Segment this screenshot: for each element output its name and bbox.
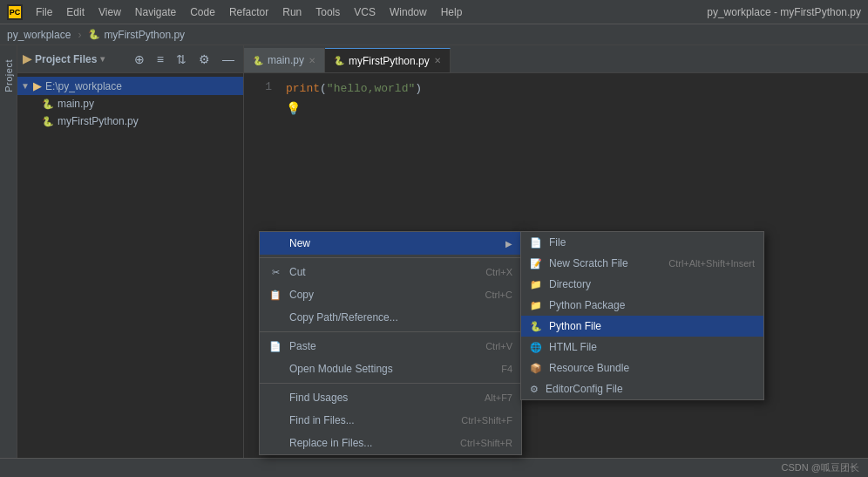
- ctx-item-find-files[interactable]: Find in Files... Ctrl+Shift+F: [260, 409, 521, 432]
- panel-title-text: Project Files: [35, 53, 97, 65]
- sub-directory-label: Directory: [549, 278, 591, 290]
- ctx-copy-icon: 📋: [268, 288, 282, 302]
- sub-item-directory[interactable]: 📁 Directory: [521, 274, 763, 295]
- panel-toolbar: ▶ Project Files ▾ ⊕ ≡ ⇅ ⚙ —: [17, 45, 243, 73]
- sub-item-file[interactable]: 📄 File: [521, 232, 763, 253]
- tab-main-py[interactable]: 🐍 main.py ✕: [244, 48, 325, 72]
- tree-item-myfirstpython-py[interactable]: 🐍 myFirstPython.py: [17, 112, 243, 130]
- sub-editorconfig-label: EditorConfig File: [546, 383, 623, 395]
- ctx-item-find-usages[interactable]: Find Usages Alt+F7: [260, 386, 521, 409]
- sub-item-html-file[interactable]: 🌐 HTML File: [521, 337, 763, 358]
- ctx-separator-3: [260, 383, 521, 384]
- code-paren-close: ): [415, 82, 422, 95]
- minimize-icon[interactable]: —: [219, 51, 238, 68]
- collapse-all-icon[interactable]: ≡: [153, 51, 167, 68]
- sub-file-label: File: [549, 236, 566, 249]
- sub-scratch-shortcut: Ctrl+Alt+Shift+Insert: [668, 258, 755, 269]
- ctx-find-files-label: Find in Files...: [289, 414, 454, 426]
- tab-main-py-label: main.py: [268, 54, 304, 66]
- ctx-replace-files-label: Replace in Files...: [289, 437, 453, 449]
- ctx-item-new[interactable]: New ▶: [260, 232, 521, 255]
- settings-icon[interactable]: ⚙: [195, 51, 214, 68]
- side-tab-label[interactable]: Project: [1, 52, 17, 99]
- ctx-cut-icon: ✂: [268, 265, 282, 279]
- menu-code[interactable]: Code: [184, 4, 221, 20]
- status-bar: CSDN @呱豆团长: [0, 458, 868, 477]
- ctx-item-open-module[interactable]: Open Module Settings F4: [260, 358, 521, 380]
- ctx-item-replace-files[interactable]: Replace in Files... Ctrl+Shift+R: [260, 432, 521, 454]
- main-py-icon: 🐍: [42, 99, 54, 110]
- ctx-copy-label: Copy: [289, 289, 478, 301]
- locate-icon[interactable]: ⊕: [131, 51, 148, 68]
- ctx-paste-icon: 📄: [268, 339, 282, 353]
- tree-expand-icon: ▼: [21, 81, 30, 91]
- breadcrumb: py_workplace › 🐍 myFirstPython.py: [7, 29, 185, 41]
- menu-edit[interactable]: Edit: [60, 4, 91, 20]
- breadcrumb-project[interactable]: py_workplace: [7, 29, 71, 41]
- sub-scratch-icon: 📝: [530, 258, 542, 269]
- sub-directory-icon: 📁: [530, 279, 542, 290]
- ctx-copy-shortcut: Ctrl+C: [485, 290, 512, 300]
- ctx-item-paste[interactable]: 📄 Paste Ctrl+V: [260, 335, 521, 358]
- menu-window[interactable]: Window: [383, 4, 433, 20]
- breadcrumb-separator: ›: [78, 29, 81, 41]
- ctx-find-files-shortcut: Ctrl+Shift+F: [461, 415, 512, 426]
- side-tab-project[interactable]: Project: [0, 45, 17, 477]
- menu-help[interactable]: Help: [435, 4, 469, 20]
- root-folder-icon: ▶: [33, 79, 42, 92]
- panel-title: ▶ Project Files ▾: [23, 52, 125, 65]
- tab-myfirst-py-close[interactable]: ✕: [434, 56, 441, 65]
- sub-item-scratch[interactable]: 📝 New Scratch File Ctrl+Alt+Shift+Insert: [521, 253, 763, 274]
- main-py-label: main.py: [58, 98, 94, 110]
- sub-file-icon: 📄: [530, 237, 542, 249]
- menu-bar: File Edit View Navigate Code Refactor Ru…: [30, 4, 707, 20]
- ctx-find-files-icon: [268, 413, 282, 427]
- sub-item-editorconfig[interactable]: ⚙ EditorConfig File: [521, 378, 763, 399]
- line-number-1: 1: [244, 80, 272, 93]
- sub-item-resource-bundle[interactable]: 📦 Resource Bundle: [521, 358, 763, 378]
- folder-icon: ▶: [23, 52, 31, 65]
- code-string: "hello,world": [327, 82, 415, 95]
- sub-resource-bundle-icon: 📦: [530, 363, 542, 374]
- ctx-open-module-shortcut: F4: [501, 364, 512, 374]
- tab-main-py-icon: 🐍: [253, 56, 263, 65]
- code-print-keyword: print: [286, 82, 320, 95]
- menu-run[interactable]: Run: [276, 4, 308, 20]
- ctx-cut-label: Cut: [289, 266, 478, 278]
- sub-scratch-label: New Scratch File: [549, 257, 628, 269]
- window-title: py_workplace - myFirstPython.py: [707, 6, 861, 18]
- lightbulb-icon[interactable]: 💡: [286, 101, 861, 116]
- tab-main-py-close[interactable]: ✕: [309, 56, 315, 65]
- menu-refactor[interactable]: Refactor: [223, 4, 275, 20]
- ctx-find-usages-label: Find Usages: [289, 392, 478, 404]
- ctx-item-copy-path[interactable]: Copy Path/Reference...: [260, 306, 521, 329]
- tree-root[interactable]: ▼ ▶ E:\py_workplace: [17, 77, 243, 95]
- menu-vcs[interactable]: VCS: [348, 4, 382, 20]
- tree-item-main-py[interactable]: 🐍 main.py: [17, 95, 243, 112]
- sub-editorconfig-icon: ⚙: [530, 384, 539, 395]
- tab-myfirstpython-py[interactable]: 🐍 myFirstPython.py ✕: [325, 48, 451, 72]
- tab-myfirst-py-label: myFirstPython.py: [349, 55, 430, 67]
- ctx-paste-label: Paste: [289, 340, 478, 352]
- ctx-item-copy[interactable]: 📋 Copy Ctrl+C: [260, 283, 521, 306]
- menu-view[interactable]: View: [92, 4, 127, 20]
- dropdown-arrow-icon[interactable]: ▾: [100, 54, 105, 64]
- sort-icon[interactable]: ⇅: [173, 51, 190, 68]
- sub-item-python-package[interactable]: 📁 Python Package: [521, 295, 763, 316]
- menu-navigate[interactable]: Navigate: [129, 4, 182, 20]
- myfirstpython-py-label: myFirstPython.py: [58, 115, 139, 127]
- myfirstpython-py-icon: 🐍: [42, 116, 54, 127]
- menu-file[interactable]: File: [30, 4, 58, 20]
- breadcrumb-file-icon: 🐍: [88, 29, 100, 40]
- ctx-separator-1: [260, 257, 521, 258]
- sub-python-package-icon: 📁: [530, 300, 542, 311]
- project-panel: ▶ Project Files ▾ ⊕ ≡ ⇅ ⚙ — ▼ ▶ E:\py_wo…: [17, 45, 244, 477]
- ctx-replace-files-shortcut: Ctrl+Shift+R: [460, 438, 512, 448]
- sub-item-python-file[interactable]: 🐍 Python File: [521, 316, 763, 337]
- menu-tools[interactable]: Tools: [309, 4, 346, 20]
- app-logo: PC: [7, 4, 23, 20]
- ctx-paste-shortcut: Ctrl+V: [485, 341, 512, 351]
- breadcrumb-file[interactable]: myFirstPython.py: [104, 29, 185, 41]
- ctx-cut-shortcut: Ctrl+X: [485, 267, 512, 277]
- ctx-item-cut[interactable]: ✂ Cut Ctrl+X: [260, 261, 521, 283]
